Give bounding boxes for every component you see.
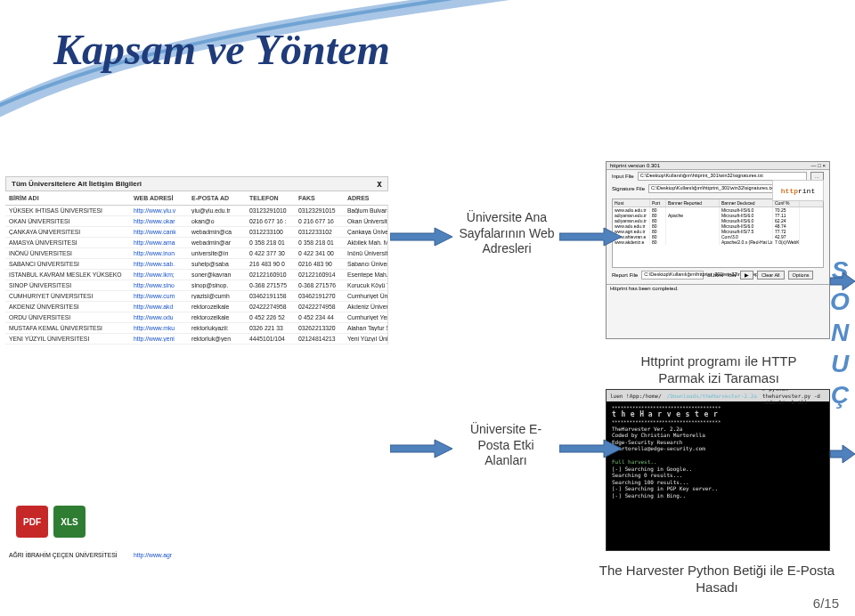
- cell: http://www.cank: [134, 229, 191, 235]
- col-web[interactable]: WEB ADRESİ: [134, 195, 191, 201]
- cell: rektorluk@yen: [191, 336, 249, 342]
- cell: http://www.yeni: [134, 336, 191, 342]
- close-icon[interactable]: x: [377, 179, 382, 189]
- report-file-label: Report File: [612, 272, 638, 278]
- label-web-adresleri: Üniversite Ana Sayfalarının Web Adresler…: [457, 210, 557, 257]
- cell: 03262213320: [298, 325, 347, 331]
- cell: 02422274958: [298, 304, 347, 310]
- cell: Sabancı Ünivers: [347, 261, 388, 267]
- cell: 0 358 218 01: [298, 239, 347, 246]
- harvester-ascii: ************************************* t …: [612, 405, 824, 426]
- window-controls[interactable]: — □ ×: [811, 163, 826, 168]
- contacts-last-row: AĞRI İBRAHİM ÇEÇEN ÜNİVERSİTESİ http://w…: [5, 547, 388, 563]
- cell: webadmin@ar: [191, 239, 249, 246]
- label-httprint: Httprint programı ile HTTP Parmak izi Ta…: [619, 353, 818, 387]
- cell: 02122160910: [249, 272, 298, 278]
- table-row[interactable]: OKAN ÜNİVERSİTESİhttp://www.okarokan@o02…: [5, 216, 387, 227]
- selector-html[interactable]: of html: [707, 272, 723, 278]
- cell: sinop@sinop.: [191, 282, 249, 288]
- terminal-window: luen !App:/home/ /Downloads/theHarvester…: [606, 389, 830, 551]
- sig-file-label: Signature File: [612, 186, 645, 191]
- harvester-org: Edge-Security Research: [612, 439, 824, 446]
- terminal-prompt: luen !App:/home/: [610, 393, 662, 400]
- table-row[interactable]: İSTANBUL KAVRAM MESLEK YÜKSEKOhttp://www…: [5, 270, 387, 280]
- cell: OKAN ÜNİVERSİTESİ: [9, 218, 134, 224]
- table-row[interactable]: CUMHURİYET ÜNİVERSİTESİhttp://www.cumrya…: [5, 291, 387, 302]
- col-telefon[interactable]: TELEFON: [249, 195, 298, 201]
- httprint-window: httprint version 0.301 — □ × Input File …: [606, 161, 830, 339]
- cell: universite@in: [191, 250, 249, 256]
- table-row[interactable]: AMASYA ÜNİVERSİTESİhttp://www.amawebadmi…: [5, 238, 387, 248]
- last-row-name: AĞRI İBRAHİM ÇEÇEN ÜNİVERSİTESİ: [9, 552, 134, 558]
- options-button[interactable]: Options: [788, 271, 814, 280]
- cell: MUSTAFA KEMAL ÜNİVERSİTESİ: [9, 325, 134, 331]
- cell: http://www.okar: [134, 218, 191, 224]
- cell: http://www.inon: [134, 250, 191, 256]
- cell: 0-368 271575: [249, 282, 298, 288]
- arrow-right-3: [390, 438, 452, 459]
- selector-csv[interactable]: .csv: [727, 272, 737, 278]
- httprint-row[interactable]: www.akdeniz.e80Apache/2.0.x (Red-Hat Lin…: [613, 239, 823, 245]
- table-row[interactable]: ÇANKAYA ÜNİVERSİTESİhttp://www.cankwebad…: [5, 227, 387, 238]
- label-eposta-etki: Üniversite E-Posta Etki Alanları: [461, 422, 550, 469]
- table-row[interactable]: ORDU ÜNİVERSİTESİhttp://www.odurektoroze…: [5, 312, 387, 323]
- export-icons: PDF XLS: [16, 506, 86, 538]
- cell: 03462191158: [249, 293, 298, 299]
- step-100: Searching 100 results...: [612, 479, 824, 486]
- col-birim[interactable]: BİRİM ADI: [9, 195, 134, 201]
- harvester-email: cmartorella@edge-security.com: [612, 445, 824, 452]
- go-button[interactable]: ▶: [740, 271, 753, 280]
- table-row[interactable]: SİNOP ÜNİVERSİTESİhttp://www.sinosinop@s…: [5, 280, 387, 291]
- cell: http://www.ama: [134, 239, 191, 246]
- cell: 0216 483 90: [298, 261, 347, 267]
- col-adres[interactable]: ADRES: [347, 195, 392, 201]
- cell: İnönü Üniversit: [347, 250, 388, 256]
- httprint-logo: httprint: [772, 180, 824, 201]
- cell: http://www.sab.: [134, 261, 191, 267]
- cell: 0216 677 16 :: [249, 218, 298, 224]
- table-row[interactable]: AKDENİZ ÜNİVERSİTESİhttp://www.akdrektor…: [5, 302, 387, 312]
- cell: İNÖNÜ ÜNİVERSİTESİ: [9, 250, 134, 256]
- cell: rektorozelkale: [191, 304, 249, 310]
- col-eposta[interactable]: E-POSTA AD: [191, 195, 249, 201]
- cell: SİNOP ÜNİVERSİTESİ: [9, 282, 134, 288]
- arrow-right-2: [559, 226, 622, 247]
- arrow-to-sonuc-2: [830, 443, 855, 465]
- cell: http://www.akd: [134, 304, 191, 310]
- step-google: [-] Searching in Google..: [612, 466, 824, 473]
- contacts-header: Tüm Üniversitelere Ait İletişim Bilgiler…: [5, 176, 388, 191]
- cell: 0 452 234 44: [298, 314, 347, 320]
- table-row[interactable]: SABANCI ÜNİVERSİTESİhttp://www.sab.suhel…: [5, 259, 387, 270]
- col-faks[interactable]: FAKS: [298, 195, 347, 201]
- arrow-right-1: [390, 226, 452, 247]
- clear-all-button[interactable]: Clear All: [757, 271, 784, 280]
- cell: 0 422 341 00: [298, 250, 347, 256]
- report-path[interactable]: C:\Desktop\Kullanılığım\httprint_301\win…: [641, 271, 704, 280]
- xls-icon[interactable]: XLS: [53, 506, 86, 538]
- cell: 03462191270: [298, 293, 347, 299]
- table-row[interactable]: MUSTAFA KEMAL ÜNİVERSİTESİhttp://www.mku…: [5, 323, 387, 334]
- cell: rektorozelkale: [191, 314, 249, 320]
- contacts-header-text: Tüm Üniversitelere Ait İletişim Bilgiler…: [12, 180, 142, 188]
- table-row[interactable]: İNÖNÜ ÜNİVERSİTESİhttp://www.inonunivers…: [5, 248, 387, 259]
- table-row[interactable]: YENİ YÜZYIL ÜNİVERSİTESİhttp://www.yenir…: [5, 334, 387, 344]
- cell: 0 422 377 30: [249, 250, 298, 256]
- sonuc-letter: Ç: [828, 379, 851, 410]
- cell: CUMHURİYET ÜNİVERSİTESİ: [9, 293, 134, 299]
- cell: 03123291010: [249, 207, 298, 214]
- cell: 02422274958: [249, 304, 298, 310]
- terminal-cmd: # python theharvester.py -d .edu.tr -b a…: [762, 389, 826, 406]
- httprint-title: httprint version 0.301: [610, 163, 660, 168]
- cell: 02124814213: [298, 336, 347, 342]
- step-0: Searching 0 results...: [612, 472, 824, 479]
- table-row[interactable]: YÜKSEK İHTİSAS ÜNİVERSİTESİhttp://www.yi…: [5, 206, 387, 216]
- cell: İSTANBUL KAVRAM MESLEK YÜKSEKO: [9, 272, 134, 278]
- cell: rektorlukyazii:: [191, 325, 249, 331]
- pdf-icon[interactable]: PDF: [16, 506, 48, 538]
- last-row-web: http://www.agr: [134, 552, 392, 558]
- step-bing: [-] Searching in Bing..: [612, 492, 824, 499]
- sonuc-letter: N: [828, 317, 851, 348]
- contacts-columns: BİRİM ADI WEB ADRESİ E-POSTA AD TELEFON …: [5, 191, 388, 206]
- terminal-bar: luen !App:/home/ /Downloads/theHarvester…: [607, 390, 829, 401]
- cell: http://www.cum: [134, 293, 191, 299]
